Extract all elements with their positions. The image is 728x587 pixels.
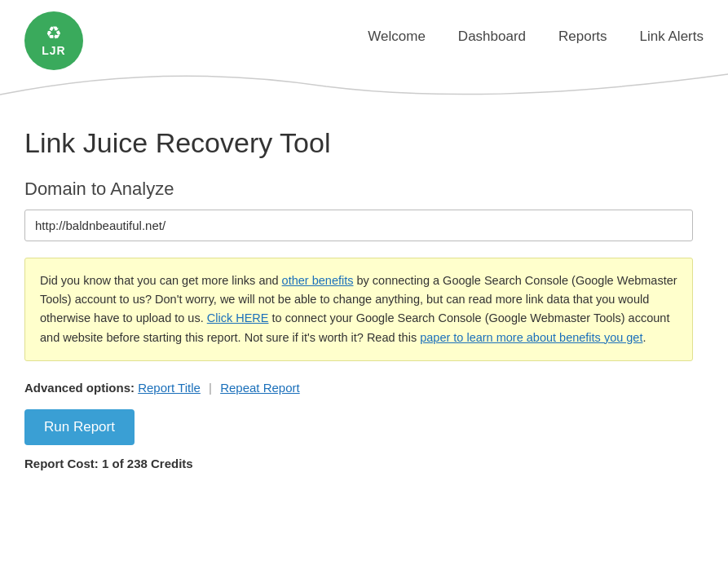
advanced-repeat-report-link[interactable]: Repeat Report: [220, 381, 300, 395]
advanced-report-title-link[interactable]: Report Title: [138, 381, 201, 395]
info-link-other-benefits[interactable]: other benefits: [282, 274, 354, 287]
info-link-click-here[interactable]: Click HERE: [207, 311, 269, 324]
main-nav: Welcome Dashboard Reports Link Alerts: [368, 29, 704, 53]
info-box: Did you know that you can get more links…: [24, 258, 693, 361]
logo: ♻ LJR: [24, 11, 83, 70]
domain-section-title: Domain to Analyze: [24, 179, 704, 200]
report-cost: Report Cost: 1 of 238 Credits: [24, 457, 704, 470]
run-report-button[interactable]: Run Report: [24, 409, 135, 445]
recycle-icon: ♻: [46, 24, 62, 42]
nav-welcome[interactable]: Welcome: [368, 29, 426, 45]
logo-text: LJR: [42, 44, 65, 57]
info-text-1: Did you know that you can get more links…: [40, 274, 282, 287]
nav-dashboard[interactable]: Dashboard: [458, 29, 526, 45]
info-link-paper[interactable]: paper to learn more about benefits you g…: [420, 331, 642, 344]
info-text-4: .: [642, 331, 646, 344]
domain-input[interactable]: [24, 210, 693, 241]
main-content: Link Juice Recovery Tool Domain to Analy…: [0, 111, 728, 503]
advanced-options-separator: |: [209, 381, 212, 395]
page-title: Link Juice Recovery Tool: [24, 127, 704, 159]
advanced-options-label: Advanced options:: [24, 381, 135, 395]
nav-link-alerts[interactable]: Link Alerts: [640, 29, 704, 45]
advanced-options: Advanced options: Report Title | Repeat …: [24, 381, 704, 395]
nav-reports[interactable]: Reports: [558, 29, 607, 45]
header: ♻ LJR Welcome Dashboard Reports Link Ale…: [0, 0, 728, 70]
